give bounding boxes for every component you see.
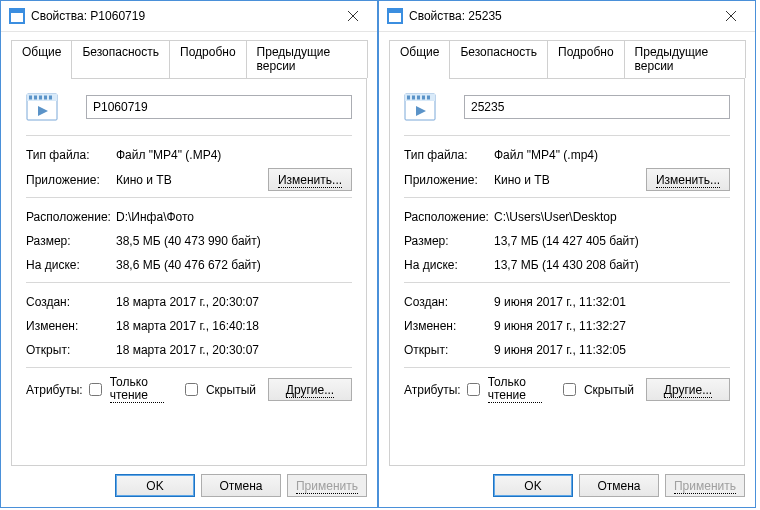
tab-strip: Общие Безопасность Подробно Предыдущие в… [389,40,745,78]
hidden-checkbox[interactable] [185,383,198,396]
created-value: 18 марта 2017 г., 20:30:07 [116,295,352,309]
separator [404,282,730,283]
dialog-footer: OK Отмена Применить [379,474,755,507]
location-value: C:\Users\User\Desktop [494,210,730,224]
size-on-disk-value: 38,6 МБ (40 476 672 байт) [116,258,352,272]
size-on-disk-value: 13,7 МБ (14 430 208 байт) [494,258,730,272]
video-file-icon [26,91,58,123]
separator [404,135,730,136]
hidden-checkbox[interactable] [563,383,576,396]
separator [26,135,352,136]
separator [26,197,352,198]
general-panel: Тип файла:Файл "MP4" (.MP4) Приложение:К… [11,78,367,466]
accessed-value: 18 марта 2017 г., 20:30:07 [116,343,352,357]
window-title: Свойства: P1060719 [31,9,331,23]
size-value: 38,5 МБ (40 473 990 байт) [116,234,352,248]
titlebar: Свойства: 25235 [379,1,755,32]
tab-details[interactable]: Подробно [547,40,625,78]
close-button[interactable] [331,2,375,30]
other-attributes-button[interactable]: Другие... [646,378,730,401]
apply-label: Применить [296,479,358,494]
attributes-label: Атрибуты: [404,383,461,397]
change-label: Изменить... [656,173,720,188]
apply-label: Применить [674,479,736,494]
svg-rect-7 [39,96,42,100]
titlebar: Свойства: P1060719 [1,1,377,32]
tab-security[interactable]: Безопасность [449,40,548,78]
readonly-checkbox[interactable] [467,383,480,396]
filetype-value: Файл "MP4" (.MP4) [116,148,352,162]
modified-label: Изменен: [404,319,494,333]
size-on-disk-label: На диске: [26,258,116,272]
other-attributes-button[interactable]: Другие... [268,378,352,401]
hidden-label[interactable]: Скрытый [584,383,634,397]
location-value: D:\Инфа\Фото [116,210,352,224]
ok-button[interactable]: OK [493,474,573,497]
modified-value: 9 июня 2017 г., 11:32:27 [494,319,730,333]
app-label: Приложение: [26,173,116,187]
svg-rect-5 [29,96,32,100]
filetype-label: Тип файла: [26,148,116,162]
change-button[interactable]: Изменить... [268,168,352,191]
filetype-value: Файл "MP4" (.mp4) [494,148,730,162]
separator [404,197,730,198]
accessed-label: Открыт: [26,343,116,357]
tab-security[interactable]: Безопасность [71,40,170,78]
modified-value: 18 марта 2017 г., 16:40:18 [116,319,352,333]
size-label: Размер: [404,234,494,248]
apply-button: Применить [287,474,367,497]
tab-general[interactable]: Общие [389,40,450,79]
other-label: Другие... [286,383,334,398]
readonly-label[interactable]: Только чтение [110,376,164,403]
app-value: Кино и ТВ [494,173,646,187]
location-label: Расположение: [26,210,116,224]
separator [404,367,730,368]
filename-input[interactable] [86,95,352,119]
modified-label: Изменен: [26,319,116,333]
properties-dialog: Свойства: 25235 Общие Безопасность Подро… [378,0,756,508]
close-icon [348,11,358,21]
change-button[interactable]: Изменить... [646,168,730,191]
svg-rect-9 [49,96,52,100]
tab-strip: Общие Безопасность Подробно Предыдущие в… [11,40,367,78]
app-value: Кино и ТВ [116,173,268,187]
video-file-icon [404,91,436,123]
svg-rect-16 [407,96,410,100]
tab-previous-versions[interactable]: Предыдущие версии [246,40,368,78]
tab-details[interactable]: Подробно [169,40,247,78]
created-label: Создан: [26,295,116,309]
tab-general[interactable]: Общие [11,40,72,79]
file-header [404,91,730,123]
filename-input[interactable] [464,95,730,119]
cancel-button[interactable]: Отмена [201,474,281,497]
file-header [26,91,352,123]
location-label: Расположение: [404,210,494,224]
tab-previous-versions[interactable]: Предыдущие версии [624,40,746,78]
accessed-value: 9 июня 2017 г., 11:32:05 [494,343,730,357]
accessed-label: Открыт: [404,343,494,357]
hidden-label[interactable]: Скрытый [206,383,256,397]
size-label: Размер: [26,234,116,248]
readonly-checkbox[interactable] [89,383,102,396]
ok-button[interactable]: OK [115,474,195,497]
app-label: Приложение: [404,173,494,187]
close-button[interactable] [709,2,753,30]
svg-rect-8 [44,96,47,100]
svg-rect-6 [34,96,37,100]
svg-rect-2 [11,10,23,13]
created-value: 9 июня 2017 г., 11:32:01 [494,295,730,309]
svg-rect-18 [417,96,420,100]
filetype-label: Тип файла: [404,148,494,162]
properties-dialog: Свойства: P1060719 Общие Безопасность По… [0,0,378,508]
size-on-disk-label: На диске: [404,258,494,272]
general-panel: Тип файла:Файл "MP4" (.mp4) Приложение:К… [389,78,745,466]
cancel-button[interactable]: Отмена [579,474,659,497]
window-title: Свойства: 25235 [409,9,709,23]
svg-rect-20 [427,96,430,100]
svg-rect-19 [422,96,425,100]
attributes-label: Атрибуты: [26,383,83,397]
separator [26,282,352,283]
readonly-label[interactable]: Только чтение [488,376,542,403]
close-icon [726,11,736,21]
change-label: Изменить... [278,173,342,188]
